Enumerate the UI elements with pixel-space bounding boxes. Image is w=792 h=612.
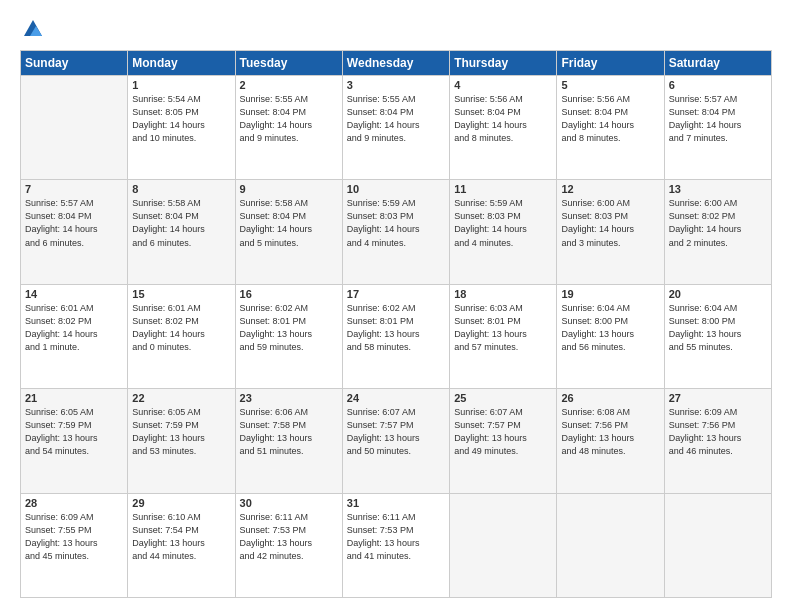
calendar-day-cell: 21Sunrise: 6:05 AM Sunset: 7:59 PM Dayli… bbox=[21, 389, 128, 493]
calendar-week-row: 1Sunrise: 5:54 AM Sunset: 8:05 PM Daylig… bbox=[21, 76, 772, 180]
calendar-day-cell: 28Sunrise: 6:09 AM Sunset: 7:55 PM Dayli… bbox=[21, 493, 128, 597]
calendar-day-cell: 6Sunrise: 5:57 AM Sunset: 8:04 PM Daylig… bbox=[664, 76, 771, 180]
calendar-day-cell: 18Sunrise: 6:03 AM Sunset: 8:01 PM Dayli… bbox=[450, 284, 557, 388]
day-info: Sunrise: 5:56 AM Sunset: 8:04 PM Dayligh… bbox=[454, 93, 552, 145]
weekday-header: Thursday bbox=[450, 51, 557, 76]
weekday-header: Tuesday bbox=[235, 51, 342, 76]
day-info: Sunrise: 6:00 AM Sunset: 8:02 PM Dayligh… bbox=[669, 197, 767, 249]
calendar-day-cell: 1Sunrise: 5:54 AM Sunset: 8:05 PM Daylig… bbox=[128, 76, 235, 180]
calendar-day-cell: 26Sunrise: 6:08 AM Sunset: 7:56 PM Dayli… bbox=[557, 389, 664, 493]
calendar-day-cell: 22Sunrise: 6:05 AM Sunset: 7:59 PM Dayli… bbox=[128, 389, 235, 493]
calendar-day-cell: 8Sunrise: 5:58 AM Sunset: 8:04 PM Daylig… bbox=[128, 180, 235, 284]
day-info: Sunrise: 6:04 AM Sunset: 8:00 PM Dayligh… bbox=[561, 302, 659, 354]
calendar-day-cell: 4Sunrise: 5:56 AM Sunset: 8:04 PM Daylig… bbox=[450, 76, 557, 180]
day-number: 30 bbox=[240, 497, 338, 509]
calendar-day-cell bbox=[664, 493, 771, 597]
day-number: 7 bbox=[25, 183, 123, 195]
day-info: Sunrise: 6:09 AM Sunset: 7:55 PM Dayligh… bbox=[25, 511, 123, 563]
weekday-header: Friday bbox=[557, 51, 664, 76]
calendar-day-cell: 3Sunrise: 5:55 AM Sunset: 8:04 PM Daylig… bbox=[342, 76, 449, 180]
day-number: 4 bbox=[454, 79, 552, 91]
calendar-day-cell: 16Sunrise: 6:02 AM Sunset: 8:01 PM Dayli… bbox=[235, 284, 342, 388]
day-info: Sunrise: 5:55 AM Sunset: 8:04 PM Dayligh… bbox=[347, 93, 445, 145]
weekday-header: Monday bbox=[128, 51, 235, 76]
day-info: Sunrise: 6:03 AM Sunset: 8:01 PM Dayligh… bbox=[454, 302, 552, 354]
calendar-week-row: 28Sunrise: 6:09 AM Sunset: 7:55 PM Dayli… bbox=[21, 493, 772, 597]
day-number: 10 bbox=[347, 183, 445, 195]
calendar-day-cell: 27Sunrise: 6:09 AM Sunset: 7:56 PM Dayli… bbox=[664, 389, 771, 493]
day-info: Sunrise: 6:04 AM Sunset: 8:00 PM Dayligh… bbox=[669, 302, 767, 354]
calendar-day-cell: 17Sunrise: 6:02 AM Sunset: 8:01 PM Dayli… bbox=[342, 284, 449, 388]
day-info: Sunrise: 5:54 AM Sunset: 8:05 PM Dayligh… bbox=[132, 93, 230, 145]
day-info: Sunrise: 6:07 AM Sunset: 7:57 PM Dayligh… bbox=[347, 406, 445, 458]
weekday-header: Saturday bbox=[664, 51, 771, 76]
day-info: Sunrise: 6:07 AM Sunset: 7:57 PM Dayligh… bbox=[454, 406, 552, 458]
calendar-day-cell: 14Sunrise: 6:01 AM Sunset: 8:02 PM Dayli… bbox=[21, 284, 128, 388]
day-info: Sunrise: 5:57 AM Sunset: 8:04 PM Dayligh… bbox=[669, 93, 767, 145]
day-number: 1 bbox=[132, 79, 230, 91]
day-info: Sunrise: 5:55 AM Sunset: 8:04 PM Dayligh… bbox=[240, 93, 338, 145]
day-number: 3 bbox=[347, 79, 445, 91]
day-info: Sunrise: 6:02 AM Sunset: 8:01 PM Dayligh… bbox=[347, 302, 445, 354]
day-info: Sunrise: 6:10 AM Sunset: 7:54 PM Dayligh… bbox=[132, 511, 230, 563]
day-number: 24 bbox=[347, 392, 445, 404]
day-number: 2 bbox=[240, 79, 338, 91]
calendar-day-cell: 9Sunrise: 5:58 AM Sunset: 8:04 PM Daylig… bbox=[235, 180, 342, 284]
logo-icon bbox=[22, 18, 44, 40]
day-number: 8 bbox=[132, 183, 230, 195]
day-info: Sunrise: 6:01 AM Sunset: 8:02 PM Dayligh… bbox=[25, 302, 123, 354]
calendar-day-cell: 25Sunrise: 6:07 AM Sunset: 7:57 PM Dayli… bbox=[450, 389, 557, 493]
calendar-day-cell: 29Sunrise: 6:10 AM Sunset: 7:54 PM Dayli… bbox=[128, 493, 235, 597]
calendar-day-cell bbox=[450, 493, 557, 597]
day-info: Sunrise: 6:11 AM Sunset: 7:53 PM Dayligh… bbox=[347, 511, 445, 563]
day-number: 11 bbox=[454, 183, 552, 195]
day-info: Sunrise: 6:05 AM Sunset: 7:59 PM Dayligh… bbox=[25, 406, 123, 458]
day-number: 31 bbox=[347, 497, 445, 509]
day-number: 14 bbox=[25, 288, 123, 300]
day-number: 15 bbox=[132, 288, 230, 300]
day-number: 18 bbox=[454, 288, 552, 300]
calendar-week-row: 14Sunrise: 6:01 AM Sunset: 8:02 PM Dayli… bbox=[21, 284, 772, 388]
calendar-header-row: SundayMondayTuesdayWednesdayThursdayFrid… bbox=[21, 51, 772, 76]
day-info: Sunrise: 6:08 AM Sunset: 7:56 PM Dayligh… bbox=[561, 406, 659, 458]
day-number: 25 bbox=[454, 392, 552, 404]
day-info: Sunrise: 6:11 AM Sunset: 7:53 PM Dayligh… bbox=[240, 511, 338, 563]
day-number: 19 bbox=[561, 288, 659, 300]
day-number: 29 bbox=[132, 497, 230, 509]
day-info: Sunrise: 6:00 AM Sunset: 8:03 PM Dayligh… bbox=[561, 197, 659, 249]
day-info: Sunrise: 6:01 AM Sunset: 8:02 PM Dayligh… bbox=[132, 302, 230, 354]
day-number: 16 bbox=[240, 288, 338, 300]
weekday-header: Wednesday bbox=[342, 51, 449, 76]
day-number: 23 bbox=[240, 392, 338, 404]
day-info: Sunrise: 6:09 AM Sunset: 7:56 PM Dayligh… bbox=[669, 406, 767, 458]
calendar-day-cell bbox=[557, 493, 664, 597]
calendar-table: SundayMondayTuesdayWednesdayThursdayFrid… bbox=[20, 50, 772, 598]
calendar-week-row: 7Sunrise: 5:57 AM Sunset: 8:04 PM Daylig… bbox=[21, 180, 772, 284]
day-number: 6 bbox=[669, 79, 767, 91]
day-info: Sunrise: 5:57 AM Sunset: 8:04 PM Dayligh… bbox=[25, 197, 123, 249]
day-number: 5 bbox=[561, 79, 659, 91]
day-number: 22 bbox=[132, 392, 230, 404]
day-info: Sunrise: 5:59 AM Sunset: 8:03 PM Dayligh… bbox=[454, 197, 552, 249]
day-number: 21 bbox=[25, 392, 123, 404]
calendar-day-cell: 20Sunrise: 6:04 AM Sunset: 8:00 PM Dayli… bbox=[664, 284, 771, 388]
day-info: Sunrise: 6:05 AM Sunset: 7:59 PM Dayligh… bbox=[132, 406, 230, 458]
day-info: Sunrise: 5:58 AM Sunset: 8:04 PM Dayligh… bbox=[240, 197, 338, 249]
calendar-day-cell: 30Sunrise: 6:11 AM Sunset: 7:53 PM Dayli… bbox=[235, 493, 342, 597]
calendar-day-cell: 7Sunrise: 5:57 AM Sunset: 8:04 PM Daylig… bbox=[21, 180, 128, 284]
day-info: Sunrise: 5:58 AM Sunset: 8:04 PM Dayligh… bbox=[132, 197, 230, 249]
calendar-day-cell: 5Sunrise: 5:56 AM Sunset: 8:04 PM Daylig… bbox=[557, 76, 664, 180]
day-number: 12 bbox=[561, 183, 659, 195]
calendar-day-cell: 31Sunrise: 6:11 AM Sunset: 7:53 PM Dayli… bbox=[342, 493, 449, 597]
day-number: 20 bbox=[669, 288, 767, 300]
day-info: Sunrise: 6:06 AM Sunset: 7:58 PM Dayligh… bbox=[240, 406, 338, 458]
calendar-day-cell: 15Sunrise: 6:01 AM Sunset: 8:02 PM Dayli… bbox=[128, 284, 235, 388]
logo bbox=[20, 18, 44, 40]
calendar-day-cell: 24Sunrise: 6:07 AM Sunset: 7:57 PM Dayli… bbox=[342, 389, 449, 493]
page: SundayMondayTuesdayWednesdayThursdayFrid… bbox=[0, 0, 792, 612]
day-info: Sunrise: 6:02 AM Sunset: 8:01 PM Dayligh… bbox=[240, 302, 338, 354]
day-number: 26 bbox=[561, 392, 659, 404]
calendar-day-cell: 19Sunrise: 6:04 AM Sunset: 8:00 PM Dayli… bbox=[557, 284, 664, 388]
calendar-day-cell: 23Sunrise: 6:06 AM Sunset: 7:58 PM Dayli… bbox=[235, 389, 342, 493]
calendar-day-cell: 10Sunrise: 5:59 AM Sunset: 8:03 PM Dayli… bbox=[342, 180, 449, 284]
